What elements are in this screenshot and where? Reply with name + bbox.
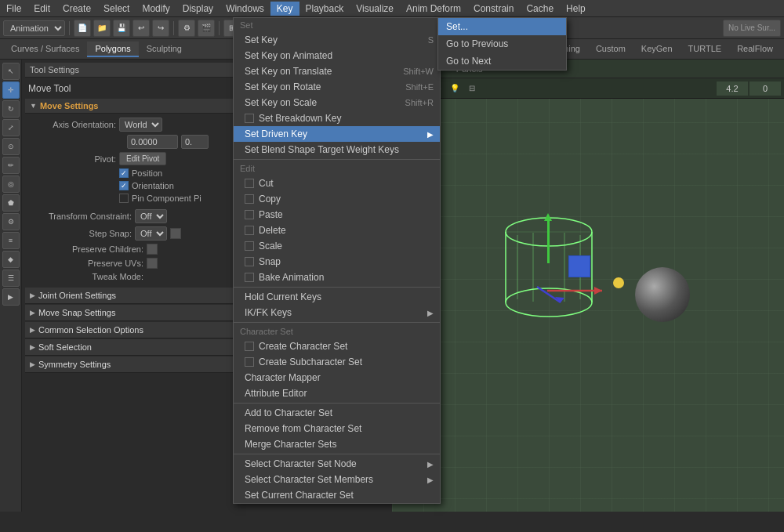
keyframe-icon[interactable]: ◆ <box>2 251 20 268</box>
delete-checkbox <box>245 226 254 235</box>
menu-set-key-rotate[interactable]: Set Key on Rotate Shift+E <box>234 79 440 95</box>
tab-turtle[interactable]: TURTLE <box>681 42 730 57</box>
submenu-set[interactable]: Set... <box>438 18 566 35</box>
menu-windows[interactable]: Windows <box>220 2 270 16</box>
tab-curves-surfaces[interactable]: Curves / Surfaces <box>3 42 87 57</box>
menu-cache[interactable]: Cache <box>520 2 560 16</box>
lasso-tool-icon[interactable]: ⊙ <box>2 138 20 155</box>
set-key-scale-left: Set Key on Scale <box>245 97 317 108</box>
set-key-animated-label: Set Key on Animated <box>245 50 332 61</box>
menu-set-current-cs[interactable]: Set Current Character Set <box>234 487 440 503</box>
save-scene-btn[interactable]: 💾 <box>113 20 130 37</box>
pin-checkbox[interactable] <box>119 194 129 203</box>
step-snap-dropdown[interactable]: Off <box>135 226 167 241</box>
edit-pivot-btn[interactable]: Edit Pivot <box>119 152 166 165</box>
menu-set-key-translate[interactable]: Set Key on Translate Shift+W <box>234 63 440 79</box>
outliner-icon[interactable]: ☰ <box>2 270 20 287</box>
menu-playback[interactable]: Playback <box>299 2 350 16</box>
copy-label: Copy <box>259 194 281 204</box>
menu-select-cs-members[interactable]: Select Character Set Members ▶ <box>234 472 440 487</box>
menu-paste[interactable]: Paste <box>234 207 440 223</box>
submenu-go-next[interactable]: Go to Next <box>438 52 566 70</box>
settings-icon[interactable]: ⚙ <box>2 213 20 230</box>
menu-visualize[interactable]: Visualize <box>350 2 400 16</box>
menu-set-blend-shape[interactable]: Set Blend Shape Target Weight Keys <box>234 142 440 157</box>
select-tool-icon[interactable]: ↖ <box>2 63 20 80</box>
svg-marker-13 <box>594 287 602 295</box>
rotate-tool-icon[interactable]: ↻ <box>2 100 20 118</box>
axis-orientation-dropdown[interactable]: World <box>119 118 162 132</box>
menu-file[interactable]: File <box>0 2 27 16</box>
channel-icon[interactable]: ≡ <box>2 232 20 249</box>
menu-constrain[interactable]: Constrain <box>467 2 520 16</box>
menu-character-mapper[interactable]: Character Mapper <box>234 370 440 385</box>
vp-overlay-icon[interactable]: ⊟ <box>464 81 480 96</box>
set-key-left: Set Key <box>245 34 278 45</box>
position-checkbox[interactable] <box>119 168 129 178</box>
no-live-btn[interactable]: No Live Sur... <box>723 20 781 37</box>
menu-cut[interactable]: Cut <box>234 176 440 191</box>
move-tool-icon[interactable]: ✛ <box>2 81 20 99</box>
vp-coord-y[interactable] <box>750 81 781 96</box>
symmetry-settings-arrow: ▶ <box>30 360 35 368</box>
menu-create[interactable]: Create <box>56 2 97 16</box>
menu-create-subcharacter-set[interactable]: Create Subcharacter Set <box>234 354 440 370</box>
tab-polygons[interactable]: Polygons <box>87 42 138 57</box>
redo-btn[interactable]: ↪ <box>152 20 169 37</box>
menu-anim-deform[interactable]: Anim Deform <box>400 2 467 16</box>
menu-hold-current-keys[interactable]: Hold Current Keys <box>234 289 440 305</box>
menu-remove-from-cs[interactable]: Remove from Character Set <box>234 421 440 436</box>
render-settings-btn[interactable]: ⚙ <box>178 20 195 37</box>
tab-realflow[interactable]: RealFlow <box>729 42 781 57</box>
tab-sculpting[interactable]: Sculpting <box>139 42 190 57</box>
menu-merge-cs[interactable]: Merge Character Sets <box>234 436 440 452</box>
merge-cs-label: Merge Character Sets <box>245 439 336 450</box>
separator5 <box>234 454 440 454</box>
tab-keygen[interactable]: KeyGen <box>633 42 681 57</box>
menu-select-cs-node[interactable]: Select Character Set Node ▶ <box>234 456 440 472</box>
render-btn[interactable]: 🎬 <box>198 20 215 37</box>
vp-coord-x[interactable] <box>717 81 748 96</box>
menu-set-key-animated[interactable]: Set Key on Animated <box>234 48 440 63</box>
menu-ikfk-keys[interactable]: IK/FK Keys ▶ <box>234 305 440 320</box>
new-scene-btn[interactable]: 📄 <box>74 20 91 37</box>
workspace-dropdown[interactable]: Animation <box>3 20 65 36</box>
menu-bake-animation[interactable]: Bake Animation <box>234 270 440 285</box>
tab-custom[interactable]: Custom <box>588 42 633 57</box>
menu-snap[interactable]: Snap <box>234 254 440 270</box>
undo-btn[interactable]: ↩ <box>132 20 150 37</box>
menu-scale[interactable]: Scale <box>234 238 440 254</box>
orientation-checkbox[interactable] <box>119 181 129 190</box>
menu-help[interactable]: Help <box>560 2 592 16</box>
sculpt-icon[interactable]: ⬟ <box>2 194 20 212</box>
menu-display[interactable]: Display <box>176 2 220 16</box>
open-scene-btn[interactable]: 📁 <box>93 20 111 37</box>
submenu-go-previous[interactable]: Go to Previous <box>438 35 566 52</box>
separator3 <box>234 322 440 323</box>
set-blend-left: Set Blend Shape Target Weight Keys <box>245 144 399 155</box>
anim-icon[interactable]: ▶ <box>2 288 20 306</box>
menu-select[interactable]: Select <box>97 2 136 16</box>
soft-select-icon[interactable]: ◎ <box>2 176 20 193</box>
menu-set-key-scale[interactable]: Set Key on Scale Shift+R <box>234 95 440 110</box>
menu-create-character-set[interactable]: Create Character Set <box>234 338 440 354</box>
menu-add-to-cs[interactable]: Add to Character Set <box>234 405 440 421</box>
menu-delete[interactable]: Delete <box>234 223 440 238</box>
vp-light-icon[interactable]: 💡 <box>447 81 463 96</box>
menu-attribute-editor[interactable]: Attribute Editor <box>234 385 440 401</box>
transform-constraint-dropdown[interactable]: Off <box>135 209 167 223</box>
menu-set-key[interactable]: Set Key S <box>234 32 440 48</box>
menu-copy[interactable]: Copy <box>234 191 440 207</box>
numeric-input2[interactable] <box>181 135 209 149</box>
menu-set-breakdown-key[interactable]: Set Breakdown Key <box>234 110 440 126</box>
menu-modify[interactable]: Modify <box>136 2 176 16</box>
numeric-input1[interactable] <box>127 135 178 149</box>
paint-tool-icon[interactable]: ✏ <box>2 157 20 174</box>
scale-tool-icon[interactable]: ⤢ <box>2 119 20 136</box>
menu-set-driven-key[interactable]: Set Driven Key ▶ <box>234 126 440 142</box>
menu-edit[interactable]: Edit <box>27 2 56 16</box>
menu-key[interactable]: Key <box>270 2 299 16</box>
3d-viewport[interactable]: Renderer Panels 🎥 ⊞ ◐ 💡 ⊟ <box>392 60 784 512</box>
sphere-object <box>635 267 690 322</box>
set-key-translate-label: Set Key on Translate <box>245 66 332 77</box>
